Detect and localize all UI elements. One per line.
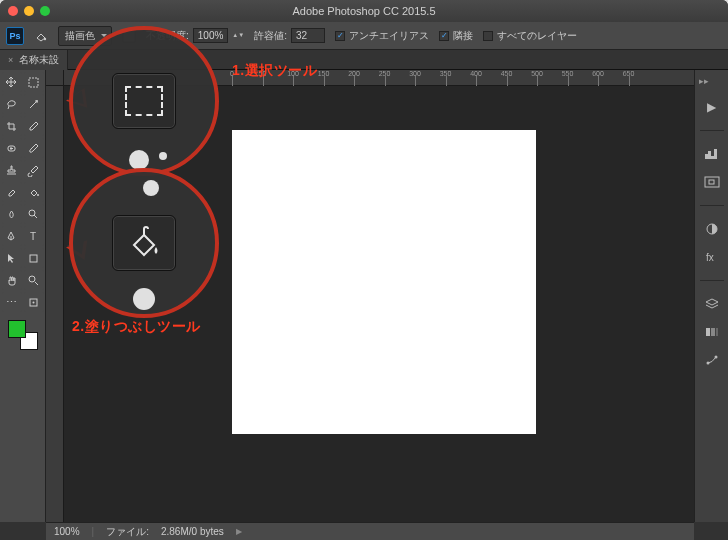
blur-tool[interactable] [2,204,22,224]
ruler-tick-label: 200 [348,70,360,77]
ruler-tick-label: 400 [470,70,482,77]
right-panel-dock: ▸▸ ▶ fx [694,70,728,522]
callout-selection-tool [69,26,219,176]
extras-tool[interactable] [24,292,44,312]
ruler-tick-label: 600 [592,70,604,77]
healing-brush-tool[interactable] [2,138,22,158]
svg-rect-17 [711,328,715,336]
dock-separator [700,280,724,281]
app-window: Adobe Photoshop CC 2015.5 Ps 描画色 不透明度: 1… [0,0,728,540]
adjustments-panel-icon[interactable] [702,220,722,238]
annotation-label-2: 2.塗りつぶしツール [72,318,201,336]
paths-panel-icon[interactable] [702,351,722,369]
dock-separator [700,130,724,131]
all-layers-checkbox[interactable] [483,31,493,41]
crop-tool[interactable] [2,116,22,136]
callout-deco-dot [159,152,167,160]
layers-panel-icon[interactable] [702,295,722,313]
tolerance-label: 許容値: [254,29,287,43]
magic-wand-tool[interactable] [24,94,44,114]
svg-rect-2 [29,78,38,87]
svg-rect-13 [709,180,714,184]
ruler-vertical [46,86,64,522]
eyedropper-tool[interactable] [24,116,44,136]
type-tool[interactable]: T [24,226,44,246]
brush-tool[interactable] [24,138,44,158]
ruler-tick-label: 300 [409,70,421,77]
move-tool[interactable] [2,72,22,92]
tool-grid: T ⋯ [2,72,44,312]
svg-point-0 [44,37,46,39]
antialias-checkbox[interactable] [335,31,345,41]
ps-home-icon[interactable]: Ps [6,27,24,45]
tolerance-field[interactable]: 32 [291,28,325,43]
antialias-checkbox-group[interactable]: アンチエイリアス [335,29,429,43]
rectangle-tool[interactable] [24,248,44,268]
marquee-tool[interactable] [24,72,44,92]
svg-point-5 [37,194,39,196]
callout-deco-circle [133,288,155,310]
marquee-icon [125,86,163,116]
path-select-tool[interactable] [2,248,22,268]
color-swatches[interactable] [8,320,38,350]
toolbox: T ⋯ [0,70,46,522]
svg-point-9 [29,276,35,282]
svg-text:fx: fx [706,252,714,263]
status-bar: 100% | ファイル: 2.86M/0 bytes ▶ [46,522,694,540]
stamp-tool[interactable] [2,160,22,180]
filesize-value: 2.86M/0 bytes [161,526,224,537]
status-chevron-icon[interactable]: ▶ [236,527,242,536]
opacity-stepper[interactable]: ▲▼ [232,33,244,38]
pen-tool[interactable] [2,226,22,246]
ruler-tick-label: 350 [440,70,452,77]
svg-point-3 [36,100,38,102]
callout-bucket-tool-icon [112,215,176,271]
contiguous-checkbox[interactable] [439,31,449,41]
lasso-tool[interactable] [2,94,22,114]
all-layers-label: すべてのレイヤー [497,29,577,43]
callout-marquee-tool-icon [112,73,176,129]
paint-bucket-icon [124,225,164,261]
ruler-tick-label: 550 [562,70,574,77]
eraser-tool[interactable] [2,182,22,202]
callout-brush-deco-icon [129,150,149,170]
channels-panel-icon[interactable] [702,323,722,341]
all-layers-checkbox-group[interactable]: すべてのレイヤー [483,29,577,43]
expand-dock-button[interactable]: ▸▸ [699,76,709,88]
ruler-tick-label: 650 [623,70,635,77]
actions-panel-icon[interactable]: ▶ [702,98,722,116]
ruler-tick-label: 150 [318,70,330,77]
zoom-tool[interactable] [24,270,44,290]
paint-bucket-tool[interactable] [24,182,44,202]
opacity-field[interactable]: 100% [193,28,229,43]
zoom-level[interactable]: 100% [54,526,80,537]
annotation-label-1: 1.選択ツール [232,62,317,80]
callout-bucket-tool [69,168,219,318]
app-title: Adobe Photoshop CC 2015.5 [0,5,728,17]
ruler-tick-label: 250 [379,70,391,77]
dock-separator [700,205,724,206]
styles-panel-icon[interactable]: fx [702,248,722,266]
svg-point-11 [33,301,35,303]
close-tab-icon[interactable]: × [8,55,13,65]
hand-tool[interactable] [2,270,22,290]
canvas[interactable] [232,130,536,434]
tolerance-group: 許容値: 32 [254,28,325,43]
svg-rect-8 [30,255,37,262]
history-brush-tool[interactable] [24,160,44,180]
antialias-label: アンチエイリアス [349,29,429,43]
svg-rect-16 [706,328,710,336]
edit-toolbar-button[interactable]: ⋯ [2,292,22,312]
callout-deco-dot [143,180,159,196]
navigator-panel-icon[interactable] [702,173,722,191]
status-separator: | [92,526,95,537]
document-tab[interactable]: × 名称未設 [0,50,68,70]
dodge-tool[interactable] [24,204,44,224]
titlebar: Adobe Photoshop CC 2015.5 [0,0,728,22]
foreground-swatch[interactable] [8,320,26,338]
filesize-label: ファイル: [106,525,149,539]
bucket-tool-indicator-icon [34,29,48,43]
histogram-panel-icon[interactable] [702,145,722,163]
svg-rect-12 [705,177,719,187]
contiguous-checkbox-group[interactable]: 隣接 [439,29,473,43]
